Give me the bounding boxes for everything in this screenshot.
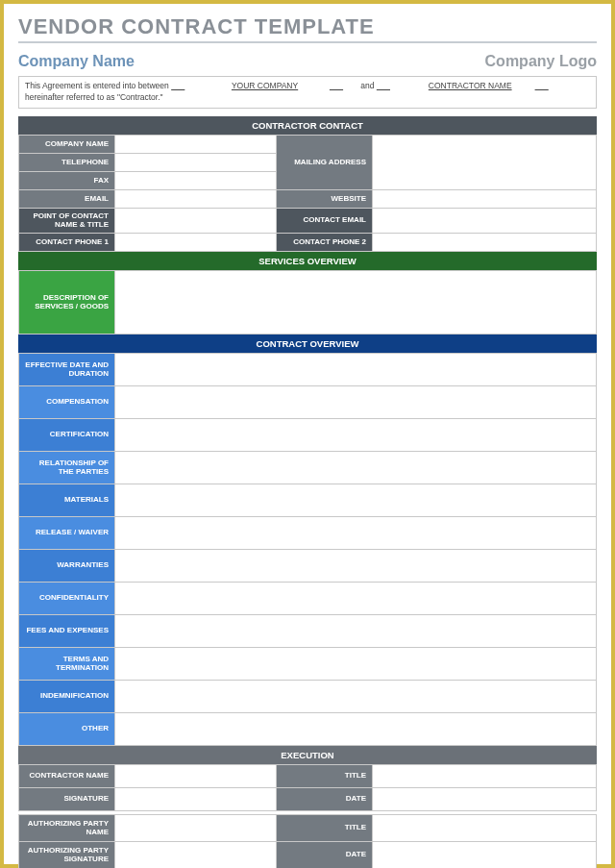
contract-row-value[interactable] <box>115 385 597 418</box>
execution-table: CONTRACTOR NAMETITLESIGNATUREDATEAUTHORI… <box>18 764 597 868</box>
section-contractor-contact: CONTRACTOR CONTACT <box>18 116 597 135</box>
cc-poc-label: POINT OF CONTACT NAME & TITLE <box>19 208 115 233</box>
exec-right-label: TITLE <box>277 764 373 787</box>
cc-fax-label: FAX <box>19 171 115 189</box>
services-desc-value[interactable] <box>115 270 597 334</box>
contract-row-label: OTHER <box>19 712 115 745</box>
cc-phone1-value[interactable] <box>115 233 277 251</box>
agreement-blank1 <box>171 81 200 92</box>
agreement-middle: and <box>360 81 377 90</box>
contract-row-label: MATERIALS <box>19 484 115 516</box>
contract-row-label: COMPENSATION <box>19 385 115 418</box>
services-desc-label: DESCRIPTION OF SERVICES / GOODS <box>19 270 115 334</box>
cc-phone1-label: CONTACT PHONE 1 <box>19 233 115 251</box>
agreement-contractor: CONTRACTOR NAME <box>407 81 532 92</box>
exec-right-value[interactable] <box>373 814 597 841</box>
cc-website-label: WEBSITE <box>277 189 373 208</box>
section-execution: EXECUTION <box>18 746 597 764</box>
exec-right-value[interactable] <box>373 787 597 810</box>
cc-contact-email-label: CONTACT EMAIL <box>277 208 373 233</box>
contractor-contact-table: COMPANY NAME MAILING ADDRESS TELEPHONE F… <box>18 135 597 252</box>
cc-mailing-address-label: MAILING ADDRESS <box>277 135 373 189</box>
contract-row-value[interactable] <box>115 484 597 516</box>
cc-company-name-label: COMPANY NAME <box>19 135 115 153</box>
exec-left-value[interactable] <box>115 841 277 868</box>
exec-left-label: AUTHORIZING PARTY SIGNATURE <box>19 841 115 868</box>
exec-right-label: DATE <box>277 841 373 868</box>
agreement-statement: This Agreement is entered into between Y… <box>18 76 597 109</box>
contract-row-label: EFFECTIVE DATE AND DURATION <box>19 353 115 385</box>
cc-contact-email-value[interactable] <box>373 208 597 233</box>
cc-email-value[interactable] <box>115 189 277 208</box>
cc-email-label: EMAIL <box>19 189 115 208</box>
contract-row-value[interactable] <box>115 647 597 680</box>
section-contract-overview: CONTRACT OVERVIEW <box>18 335 597 353</box>
contract-row-label: CONFIDENTIALITY <box>19 582 115 614</box>
cc-fax-value[interactable] <box>115 171 277 189</box>
section-services-overview: SERVICES OVERVIEW <box>18 252 597 270</box>
contract-row-label: WARRANTIES <box>19 549 115 582</box>
title-divider <box>18 41 597 43</box>
contract-row-value[interactable] <box>115 516 597 549</box>
agreement-blank2 <box>330 81 358 92</box>
cc-company-name-value[interactable] <box>115 135 277 153</box>
company-logo-label: Company Logo <box>485 53 597 70</box>
contract-row-value[interactable] <box>115 582 597 614</box>
agreement-blank3 <box>377 81 406 92</box>
contract-overview-table: EFFECTIVE DATE AND DURATIONCOMPENSATIONC… <box>18 353 597 746</box>
cc-mailing-address-value[interactable] <box>373 135 597 189</box>
contract-row-value[interactable] <box>115 680 597 712</box>
exec-left-value[interactable] <box>115 764 277 787</box>
agreement-prefix: This Agreement is entered into between <box>25 81 171 90</box>
contract-row-value[interactable] <box>115 712 597 745</box>
contract-row-value[interactable] <box>115 353 597 385</box>
cc-phone2-value[interactable] <box>373 233 597 251</box>
exec-right-value[interactable] <box>373 764 597 787</box>
contract-row-label: RELATIONSHIP OF THE PARTIES <box>19 451 115 484</box>
agreement-suffix: hereinafter referred to as "Contractor." <box>25 92 163 102</box>
contract-row-label: FEES AND EXPENSES <box>19 614 115 647</box>
cc-phone2-label: CONTACT PHONE 2 <box>277 233 373 251</box>
exec-right-value[interactable] <box>373 841 597 868</box>
contract-row-label: INDEMNIFICATION <box>19 680 115 712</box>
page-title: VENDOR CONTRACT TEMPLATE <box>18 14 597 39</box>
contract-row-label: RELEASE / WAIVER <box>19 516 115 549</box>
exec-right-label: DATE <box>277 787 373 810</box>
cc-telephone-value[interactable] <box>115 153 277 171</box>
contract-row-value[interactable] <box>115 451 597 484</box>
cc-poc-value[interactable] <box>115 208 277 233</box>
contract-row-value[interactable] <box>115 418 597 451</box>
agreement-your-company: YOUR COMPANY <box>203 81 328 92</box>
exec-left-value[interactable] <box>115 787 277 810</box>
cc-telephone-label: TELEPHONE <box>19 153 115 171</box>
contract-row-value[interactable] <box>115 549 597 582</box>
services-table: DESCRIPTION OF SERVICES / GOODS <box>18 270 597 335</box>
company-name-label: Company Name <box>18 53 135 70</box>
contract-row-label: TERMS AND TERMINATION <box>19 647 115 680</box>
exec-left-label: SIGNATURE <box>19 787 115 810</box>
agreement-blank4 <box>535 81 564 92</box>
contract-row-label: CERTIFICATION <box>19 418 115 451</box>
exec-right-label: TITLE <box>277 814 373 841</box>
exec-left-label: CONTRACTOR NAME <box>19 764 115 787</box>
exec-left-label: AUTHORIZING PARTY NAME <box>19 814 115 841</box>
contract-row-value[interactable] <box>115 614 597 647</box>
exec-left-value[interactable] <box>115 814 277 841</box>
cc-website-value[interactable] <box>373 189 597 208</box>
